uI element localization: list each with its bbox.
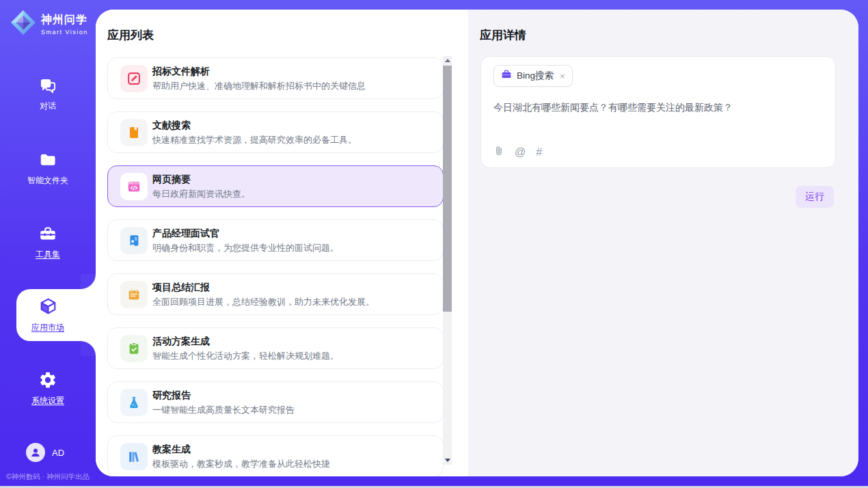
sidebar-item-app-market[interactable]: 应用市场 [0,297,96,334]
sidebar-footer: ©神州数码 · 神州问学出品 [0,472,96,482]
list-item-pm-interviewer[interactable]: 产品经理面试官 明确身份和职责，为您提供专业性的面试问题。 [107,219,444,261]
list-item-title: 活动方案生成 [152,336,210,348]
list-item-title: 教案生成 [152,444,191,456]
scroll-down-arrow-icon[interactable] [445,459,450,462]
list-item-desc: 全面回顾项目进展，总结经验教训，助力未来优化发展。 [152,296,375,308]
sidebar-item-toolbox[interactable]: 工具集 [0,224,96,260]
resume-icon [120,227,148,254]
run-button[interactable]: 运行 [796,186,834,208]
logo-subtitle: Smart Vision [41,29,88,36]
calendar-icon [120,281,148,308]
sidebar-item-chat[interactable]: 对话 [0,77,96,112]
prompt-card: Bing搜索 × 今日湖北有哪些新闻要点？有哪些需要关注的最新政策？ @ # [480,56,836,168]
list-item-desc: 每日政府新闻资讯快查。 [152,188,250,200]
app-window: 神州问学 Smart Vision 对话 [0,0,868,488]
list-item-desc: 帮助用户快速、准确地理解和解析招标书中的关键信息 [152,80,366,92]
gear-icon [38,370,57,390]
app-logo: 神州问学 Smart Vision [10,9,88,39]
logo-title: 神州问学 [41,14,87,25]
list-item-web-summary[interactable]: 网页摘要 每日政府新闻资讯快查。 [107,165,444,207]
list-item-desc: 模板驱动，教案秒成，教学准备从此轻松快捷 [152,458,330,470]
list-item-research-report[interactable]: 研究报告 一键智能生成高质量长文本研究报告 [107,381,444,423]
clipboard-check-icon [120,335,148,362]
list-item-event-plan[interactable]: 活动方案生成 智能生成个性化活动方案，轻松解决规划难题。 [107,327,444,369]
list-item-title: 产品经理面试官 [152,228,219,240]
hash-icon[interactable]: # [536,147,542,158]
sidebar-item-smart-folder[interactable]: 智能文件夹 [0,150,96,187]
book-icon [120,119,148,146]
folder-icon [38,150,57,170]
list-item-literature-search[interactable]: 文献搜索 快速精准查找学术资源，提高研究效率的必备工具。 [107,111,444,153]
list-item-bid-analysis[interactable]: 招标文件解析 帮助用户快速、准确地理解和解析招标书中的关键信息 [107,57,444,99]
sidebar-item-label: 应用市场 [0,322,96,334]
sidebar-item-label: 对话 [0,100,96,112]
user-name: AD [52,448,64,458]
list-item-title: 网页摘要 [152,174,191,186]
tool-chip-bing-search[interactable]: Bing搜索 × [493,65,573,87]
list-item-title: 项目总结汇报 [152,282,210,294]
scrollbar[interactable] [443,56,452,465]
app-detail-panel: 应用详情 Bing搜索 × 今日湖北有哪些新闻要点？有哪些需要关注的最新政策？ [468,10,858,476]
scroll-up-arrow-icon[interactable] [445,59,450,62]
paperclip-icon[interactable] [493,145,504,159]
list-item-title: 招标文件解析 [152,66,210,78]
app-list-title: 应用列表 [107,27,154,43]
list-item-title: 文献搜索 [152,120,191,132]
scrollbar-thumb[interactable] [443,66,452,312]
list-item-title: 研究报告 [152,390,191,402]
list-item-lesson-plan[interactable]: 教案生成 模板驱动，教案秒成，教学准备从此轻松快捷 [107,435,444,476]
prompt-text[interactable]: 今日湖北有哪些新闻要点？有哪些需要关注的最新政策？ [493,102,823,114]
list-item-desc: 快速精准查找学术资源，提高研究效率的必备工具。 [152,134,357,146]
user-account[interactable]: AD [26,443,64,462]
list-item-desc: 明确身份和职责，为您提供专业性的面试问题。 [152,242,339,254]
close-icon[interactable]: × [560,71,565,81]
avatar [26,443,45,462]
list-item-desc: 智能生成个性化活动方案，轻松解决规划难题。 [152,350,339,362]
sidebar-item-settings[interactable]: 系统设置 [0,370,96,407]
app-detail-title: 应用详情 [480,27,526,43]
pen-square-icon [120,65,148,92]
books-icon [120,443,148,470]
composer-toolbar: @ # [493,145,542,159]
list-item-desc: 一键智能生成高质量长文本研究报告 [152,404,295,416]
sidebar-item-label: 工具集 [0,249,96,260]
toolbox-icon [38,224,57,243]
app-list-panel: 应用列表 招标文件解析 帮助用户快速、准确地理解和解析招标书中的关键信息 [96,10,468,476]
briefcase-icon [501,69,512,83]
app-list: 招标文件解析 帮助用户快速、准确地理解和解析招标书中的关键信息 文献搜索 快速精… [107,57,444,476]
main-container: 应用列表 招标文件解析 帮助用户快速、准确地理解和解析招标书中的关键信息 [96,10,858,476]
sidebar-item-label: 系统设置 [0,395,96,407]
diamond-logo-icon [10,9,37,39]
browser-code-icon [120,173,148,200]
flask-icon [120,389,148,416]
chat-icon [39,77,57,96]
cube-icon [38,297,58,316]
sidebar: 神州问学 Smart Vision 对话 [0,0,96,488]
sidebar-item-label: 智能文件夹 [0,175,96,187]
list-item-project-summary[interactable]: 项目总结汇报 全面回顾项目进展，总结经验教训，助力未来优化发展。 [107,273,444,315]
tool-chip-label: Bing搜索 [517,70,554,82]
at-icon[interactable]: @ [515,147,526,158]
